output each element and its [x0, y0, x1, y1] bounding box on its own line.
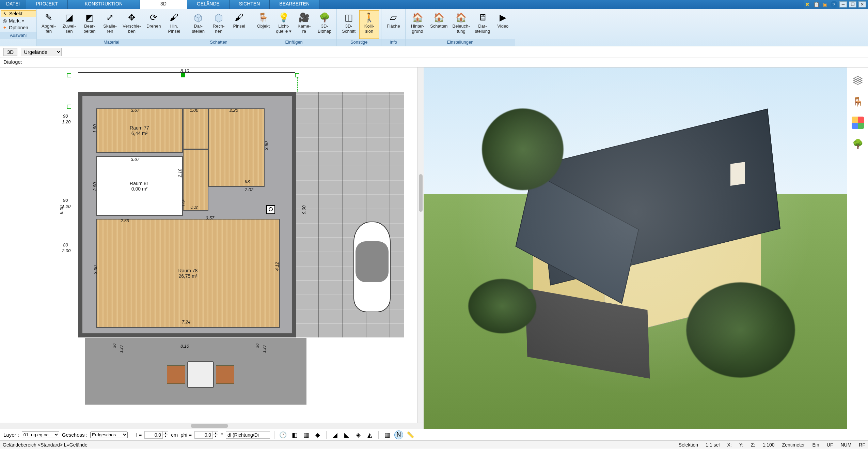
stairwell: 2.20 3.90 93 2.02	[208, 108, 265, 187]
room-81: 3.67 Raum 81 0,00 m² 2.80 2.10	[96, 156, 183, 216]
room-81-label: Raum 81 0,00 m²	[130, 181, 149, 192]
floor-select[interactable]: Erdgeschos	[90, 432, 128, 438]
status-left: Geländebereich <Standard> L=Gelände	[3, 442, 88, 448]
minimize-button[interactable]: ─	[839, 1, 847, 7]
close-button[interactable]: ✕	[858, 1, 866, 7]
menu-file[interactable]: DATEI	[0, 0, 26, 9]
flaeche-button[interactable]: ▱Fläche	[383, 10, 403, 39]
schatten-setting-button[interactable]: 🏠Schatten	[428, 10, 449, 39]
status-num: NUM	[840, 442, 851, 448]
verschieben-button[interactable]: ✥Verschie- ben	[121, 10, 143, 39]
target-icon: ◎	[2, 18, 7, 24]
beleuchtung-button[interactable]: 🏠Beleuch- tung	[451, 10, 472, 39]
right-toolbar: 🪑 🌳	[847, 67, 868, 429]
2d-viewport[interactable]: ❋ ❋ ❋ ❋ ❋ ❋ 8.10 3.67 Raum 77 6,44 m	[0, 67, 424, 429]
grid-icon[interactable]: ▦	[383, 431, 392, 439]
rotate-icon: ⟳	[148, 12, 159, 23]
angle-right-icon[interactable]: ◣	[342, 431, 351, 439]
video-button[interactable]: ▶Video	[493, 10, 513, 39]
terrace	[85, 338, 306, 405]
group-material: Material	[37, 39, 186, 46]
options-button[interactable]: +Optionen	[1, 25, 36, 31]
3d-viewport[interactable]	[424, 67, 847, 429]
menu-bearbeiten[interactable]: BEARBEITEN	[270, 0, 319, 9]
layers-button[interactable]	[852, 74, 864, 87]
layer-select[interactable]: 01_ug.eg.oc	[22, 432, 59, 438]
phi-up[interactable]: ▲	[213, 432, 218, 435]
phi-input[interactable]	[194, 431, 213, 439]
overlay-icon[interactable]: ◧	[290, 431, 299, 439]
house-bg-icon: 🏠	[412, 12, 423, 23]
group-sonstige: Sonstige	[337, 39, 381, 46]
ruler-icon[interactable]: 📏	[406, 431, 415, 439]
mark-button[interactable]: ◎Mark.▾	[1, 18, 36, 24]
color-button[interactable]	[852, 117, 864, 129]
help-icon[interactable]: ?	[831, 1, 837, 8]
angle-left-icon[interactable]: ◢	[331, 431, 340, 439]
darstellen-button[interactable]: Dar- stellen	[188, 10, 208, 39]
workspace: ❋ ❋ ❋ ❋ ❋ ❋ 8.10 3.67 Raum 77 6,44 m	[0, 67, 868, 429]
menu-gelaende[interactable]: GELÄNDE	[187, 0, 230, 9]
clipboard-icon[interactable]: 📋	[813, 1, 820, 8]
objekt-button[interactable]: 🪑Objekt	[253, 10, 273, 39]
bearbeiten-button[interactable]: ◩Bear- beiten	[80, 10, 99, 39]
menu-konstruktion[interactable]: KONSTRUKTION	[68, 0, 140, 9]
scrollbar-horizontal-2d[interactable]	[0, 423, 424, 429]
bitmap-button[interactable]: 🌳3D- Bitmap	[315, 10, 334, 39]
hintergrund-button[interactable]: 🏠Hinter- grund	[408, 10, 427, 39]
licht-button[interactable]: 💡Licht- quelle ▾	[274, 10, 294, 39]
stack-icon[interactable]: ▦	[302, 431, 311, 439]
cursor-icon: ↖	[2, 11, 8, 16]
scrollbar-vertical-2d[interactable]	[417, 67, 424, 423]
drehen-button[interactable]: ⟳Drehen	[144, 10, 163, 39]
menu-projekt[interactable]: PROJEKT	[26, 0, 68, 9]
darstellung-button[interactable]: 🖥Dar- stellung	[473, 10, 492, 39]
corridor: 1.98 3.32	[183, 149, 208, 211]
north-icon[interactable]: N	[394, 431, 403, 439]
terrain-select[interactable]: Urgelände	[21, 48, 62, 56]
socket-symbol	[266, 205, 275, 214]
status-x: X:	[727, 442, 731, 448]
hint-input[interactable]	[226, 431, 270, 439]
l-up[interactable]: ▲	[163, 432, 168, 435]
floor-label: Geschoss :	[62, 432, 88, 438]
car	[351, 217, 393, 316]
box-icon[interactable]: ▣	[822, 1, 828, 8]
menu-sichten[interactable]: SICHTEN	[230, 0, 270, 9]
zuweisen-button[interactable]: ◪Zuwei- sen	[59, 10, 79, 39]
pinsel-button[interactable]: 🖌Pinsel	[229, 10, 249, 39]
menu-3d[interactable]: 3D	[140, 0, 187, 9]
plus-icon: +	[2, 25, 7, 30]
rechnen-button[interactable]: Rech- nen	[209, 10, 228, 39]
group-einfuegen: Einfügen	[251, 39, 336, 46]
phi-down[interactable]: ▼	[213, 435, 218, 438]
group-auswahl: Auswahl	[0, 32, 36, 39]
input-bar: Layer : 01_ug.eg.oc Geschoss : Erdgescho…	[0, 429, 868, 440]
furniture-button[interactable]: 🪑	[852, 95, 864, 108]
house-3d-model	[502, 136, 768, 340]
brush-icon: 🖌	[233, 12, 245, 23]
diamond-icon[interactable]: ◈	[354, 431, 363, 439]
select-button[interactable]: ↖Selekt	[1, 10, 36, 17]
abgreifen-button[interactable]: ✎Abgrei- fen	[39, 10, 59, 39]
cube-icon	[192, 12, 204, 23]
skalieren-button[interactable]: ⤢Skalie- ren	[100, 10, 120, 39]
l-down[interactable]: ▼	[163, 435, 168, 438]
layer-label: Layer :	[3, 432, 19, 438]
shapes-icon[interactable]: ◆	[313, 431, 322, 439]
kamera-button[interactable]: 🎥Kame- ra	[294, 10, 314, 39]
plants-button[interactable]: 🌳	[852, 138, 864, 150]
restore-button[interactable]: ❐	[849, 1, 856, 7]
cube-small-icon[interactable]: ◭	[365, 431, 374, 439]
l-input[interactable]	[144, 431, 163, 439]
status-scale: 1:100	[763, 442, 775, 448]
schnitt-button[interactable]: ◫3D- Schnitt	[339, 10, 359, 39]
group-einstellungen: Einstellungen	[406, 39, 515, 46]
building-outline: 3.67 Raum 77 6,44 m² 1.80 1.00 2.20 3.90…	[78, 92, 296, 337]
tools-icon[interactable]: ✖	[804, 1, 811, 8]
status-bar: Geländebereich <Standard> L=Gelände Sele…	[0, 440, 868, 449]
clock-icon[interactable]: 🕐	[279, 431, 287, 439]
hinpinsel-button[interactable]: 🖌Hin. Pinsel	[164, 10, 184, 39]
kollision-button[interactable]: 🚶Kolli- sion	[359, 10, 379, 39]
group-info: Info	[381, 39, 405, 46]
